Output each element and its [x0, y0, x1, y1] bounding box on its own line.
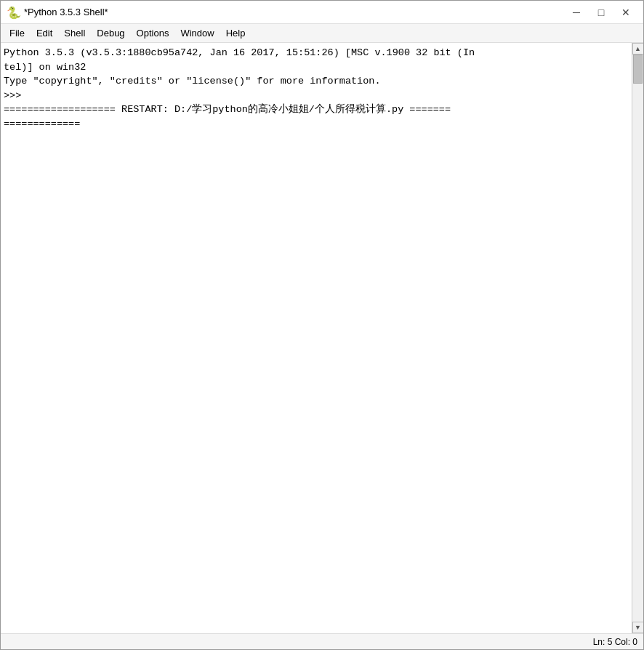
menu-bar: File Edit Shell Debug Options Window Hel… — [1, 24, 643, 43]
terminal-output[interactable]: Python 3.5.3 (v3.5.3:1880cb95a742, Jan 1… — [1, 43, 632, 633]
scrollbar-thumb[interactable] — [633, 55, 643, 84]
status-text: Ln: 5 Col: 0 — [593, 637, 637, 647]
terminal-line6: ============= — [4, 119, 80, 129]
terminal-line4: >>> — [4, 90, 27, 101]
menu-options[interactable]: Options — [131, 26, 175, 40]
status-bar: Ln: 5 Col: 0 — [1, 633, 643, 649]
app-icon: 🐍 — [7, 6, 20, 19]
window-title: *Python 3.5.3 Shell* — [24, 7, 108, 17]
window: 🐍 *Python 3.5.3 Shell* ─ □ ✕ File Edit S… — [0, 0, 644, 650]
menu-help[interactable]: Help — [220, 26, 251, 40]
scroll-down-arrow[interactable]: ▼ — [632, 622, 644, 633]
menu-window[interactable]: Window — [174, 26, 220, 40]
scrollbar[interactable]: ▲ ▼ — [632, 43, 643, 633]
menu-shell[interactable]: Shell — [58, 26, 91, 40]
title-bar: 🐍 *Python 3.5.3 Shell* ─ □ ✕ — [1, 1, 643, 24]
close-button[interactable]: ✕ — [614, 4, 637, 20]
scroll-up-arrow[interactable]: ▲ — [632, 43, 644, 55]
menu-edit[interactable]: Edit — [31, 26, 58, 40]
scrollbar-track[interactable] — [632, 55, 643, 622]
title-bar-left: 🐍 *Python 3.5.3 Shell* — [7, 6, 108, 19]
shell-content: Python 3.5.3 (v3.5.3:1880cb95a742, Jan 1… — [1, 43, 643, 633]
terminal-line2: tel)] on win32 — [4, 62, 86, 73]
window-controls: ─ □ ✕ — [565, 4, 637, 20]
minimize-button[interactable]: ─ — [565, 4, 588, 20]
terminal-line3: Type "copyright", "credits" or "license(… — [4, 76, 380, 87]
menu-debug[interactable]: Debug — [91, 26, 130, 40]
menu-file[interactable]: File — [4, 26, 31, 40]
maximize-button[interactable]: □ — [589, 4, 613, 20]
terminal-line5: =================== RESTART: D:/学习python… — [4, 104, 451, 115]
terminal-line1: Python 3.5.3 (v3.5.3:1880cb95a742, Jan 1… — [4, 47, 475, 58]
